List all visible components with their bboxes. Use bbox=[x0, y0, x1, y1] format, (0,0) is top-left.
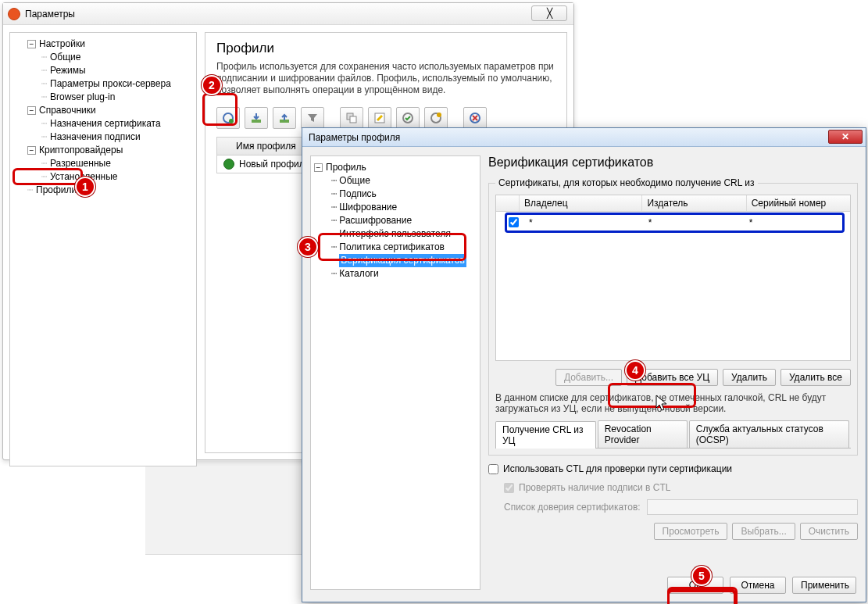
toolbar-new-profile-button[interactable] bbox=[216, 107, 240, 129]
close-button[interactable]: ✕ bbox=[828, 130, 863, 144]
th-owner[interactable]: Владелец bbox=[520, 195, 642, 211]
cert-table: Владелец Издатель Серийный номер * * * bbox=[495, 195, 851, 361]
tree-item[interactable]: ┈ Каталоги bbox=[314, 267, 477, 281]
close-icon: ╳ bbox=[547, 8, 552, 19]
tree-item[interactable]: ┈ Интерфейс пользователя bbox=[314, 227, 477, 241]
use-ctl-label: Использовать CTL для проверки пути серти… bbox=[503, 463, 732, 474]
cert-buttons: Добавить... Добавить все УЦ Удалить Удал… bbox=[495, 369, 851, 386]
content-heading: Профили bbox=[216, 41, 555, 56]
tree-item[interactable]: Назначения сертификата bbox=[13, 117, 193, 130]
choose-button[interactable]: Выбрать... bbox=[732, 523, 795, 540]
tab-revocation[interactable]: Revocation Provider bbox=[598, 420, 688, 448]
group-legend: Сертификаты, для которых необходимо полу… bbox=[495, 177, 758, 188]
profile-parameters-dialog: Параметры профиля ✕ −Профиль ┈ Общие ┈ П… bbox=[302, 127, 866, 602]
table-header: Владелец Издатель Серийный номер bbox=[496, 195, 850, 212]
tree-item[interactable]: Разрешенные bbox=[13, 157, 193, 170]
cancel-button[interactable]: Отмена bbox=[730, 577, 786, 594]
trustlist-input bbox=[647, 499, 858, 515]
window-title: Параметры bbox=[25, 9, 75, 20]
svg-point-1 bbox=[229, 119, 234, 123]
delete-all-button[interactable]: Удалить все bbox=[780, 369, 851, 386]
tab-crl[interactable]: Получение CRL из УЦ bbox=[495, 421, 596, 449]
tree-node-crypto[interactable]: −Криптопровайдеры bbox=[13, 144, 193, 157]
toolbar-button[interactable] bbox=[368, 107, 391, 129]
tree-item[interactable]: Параметры прокси-сервера bbox=[13, 77, 193, 91]
trustlist-buttons: Просмотреть Выбрать... Очистить bbox=[488, 523, 858, 540]
right-pane: Верификация сертификатов Сертификаты, дл… bbox=[488, 155, 858, 567]
profile-icon bbox=[223, 159, 234, 170]
titlebar: Параметры ╳ bbox=[3, 3, 573, 25]
tree-item-selected[interactable]: ┈ Верификация сертификатов bbox=[314, 254, 477, 267]
apply-button[interactable]: Применить bbox=[792, 577, 856, 594]
tree-root[interactable]: −Профиль bbox=[314, 161, 477, 174]
trustlist-label: Список доверия сертификатов: bbox=[504, 502, 641, 513]
dialog-nav-tree[interactable]: −Профиль ┈ Общие ┈ Подпись ┈ Шифрование … bbox=[310, 155, 480, 590]
tree-item[interactable]: Назначения подписи bbox=[13, 130, 193, 144]
th-issuer[interactable]: Издатель bbox=[642, 195, 746, 211]
svg-rect-2 bbox=[252, 120, 261, 123]
close-icon: ✕ bbox=[841, 131, 849, 142]
toolbar-button[interactable] bbox=[463, 107, 487, 129]
svg-point-9 bbox=[437, 113, 441, 117]
ctl-sig-row: Проверять наличие подписи в CTL bbox=[488, 482, 858, 493]
clear-button[interactable]: Очистить bbox=[800, 523, 858, 540]
toolbar bbox=[216, 107, 555, 129]
delete-button[interactable]: Удалить bbox=[723, 369, 776, 386]
dialog-buttons: ОК Отмена Применить bbox=[667, 577, 856, 594]
crl-group: Сертификаты, для которых необходимо полу… bbox=[488, 177, 858, 456]
tab-ocsp[interactable]: Служба актуальных статусов (OCSP) bbox=[689, 420, 849, 448]
th-sn[interactable]: Серийный номер bbox=[747, 195, 850, 211]
tree-item[interactable]: Общие bbox=[13, 51, 193, 64]
tree-item-profiles[interactable]: Профили bbox=[13, 184, 193, 197]
crl-note: В данном списке для сертификатов, не отм… bbox=[495, 392, 851, 414]
toolbar-button[interactable] bbox=[340, 107, 363, 129]
pane-heading: Верификация сертификатов bbox=[488, 155, 858, 170]
close-button[interactable]: ╳ bbox=[531, 5, 567, 21]
use-ctl-checkbox[interactable] bbox=[488, 464, 498, 474]
tree-item[interactable]: ┈ Подпись bbox=[314, 188, 477, 201]
add-button[interactable]: Добавить... bbox=[555, 369, 622, 386]
tree-node-refs[interactable]: −Справочники bbox=[13, 104, 193, 117]
toolbar-button[interactable] bbox=[396, 107, 420, 129]
view-button[interactable]: Просмотреть bbox=[654, 523, 728, 540]
tree-item[interactable]: ┈ Общие bbox=[314, 174, 477, 188]
tree-item[interactable]: Режимы bbox=[13, 64, 193, 77]
tree-item[interactable]: ┈ Политика сертификатов bbox=[314, 241, 477, 254]
add-all-button[interactable]: Добавить все УЦ bbox=[627, 369, 718, 386]
tree-item[interactable]: ┈ Расшифрование bbox=[314, 214, 477, 227]
ctl-checkbox-row: Использовать CTL для проверки пути серти… bbox=[488, 463, 858, 474]
check-sig-checkbox bbox=[504, 483, 514, 493]
svg-rect-5 bbox=[350, 116, 356, 123]
toolbar-button[interactable] bbox=[301, 107, 324, 129]
tree-item[interactable]: Browser plug-in bbox=[13, 91, 193, 104]
content-description: Профиль используется для сохранения част… bbox=[216, 61, 555, 96]
trustlist-row: Список доверия сертификатов: bbox=[488, 499, 858, 515]
toolbar-button[interactable] bbox=[273, 107, 296, 129]
row-checkbox[interactable] bbox=[509, 217, 519, 227]
toolbar-button[interactable] bbox=[424, 107, 448, 129]
ok-button[interactable]: ОК bbox=[667, 577, 723, 594]
tree-item[interactable]: Установленные bbox=[13, 170, 193, 184]
nav-tree[interactable]: −Настройки Общие Режимы Параметры прокси… bbox=[9, 32, 197, 466]
toolbar-button[interactable] bbox=[245, 107, 268, 129]
dialog-title: Параметры профиля bbox=[309, 132, 400, 143]
table-row[interactable]: * * * bbox=[496, 212, 850, 233]
check-sig-label: Проверять наличие подписи в CTL bbox=[519, 482, 671, 493]
app-icon bbox=[8, 8, 20, 20]
tree-item[interactable]: ┈ Шифрование bbox=[314, 201, 477, 214]
titlebar: Параметры профиля ✕ bbox=[302, 128, 866, 147]
crl-tabs: Получение CRL из УЦ Revocation Provider … bbox=[495, 420, 851, 448]
tree-node-settings[interactable]: −Настройки bbox=[13, 38, 193, 51]
